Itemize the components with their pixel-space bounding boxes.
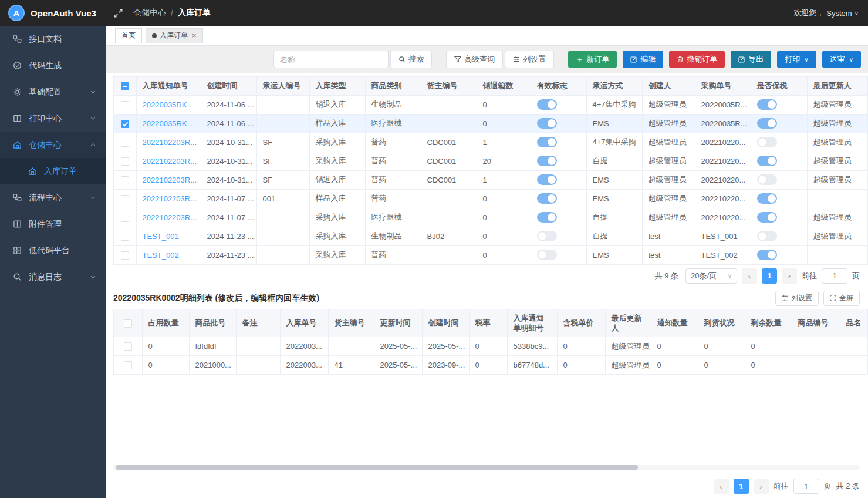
last-updater-cell [807, 189, 868, 208]
table-row[interactable]: TEST_0012024-11-23 ...采购入库生物制品BJ020自提tes… [114, 227, 868, 245]
table-row[interactable]: 2022102203R...2024-10-31...SF采购入库普药CDC00… [114, 152, 868, 170]
order-link[interactable]: 20220035RK... [143, 100, 194, 109]
detail-table-row[interactable]: 0fdfdfdf2022003...2025-05-...2025-05-...… [114, 337, 868, 356]
return-boxes-cell: 1 [477, 133, 531, 152]
table-row[interactable]: 2022102203R...2024-11-07 ...001样品入库普药0EM… [114, 189, 868, 208]
row-checkbox[interactable] [124, 342, 132, 351]
detail-table-row[interactable]: 02021000...2022003...412025-05-...2023-0… [114, 356, 868, 375]
close-tab-icon[interactable]: × [192, 31, 197, 40]
row-checkbox[interactable] [121, 214, 129, 222]
next-page-button[interactable]: › [782, 268, 797, 284]
row-checkbox[interactable] [121, 139, 129, 147]
sidebar-item-3[interactable]: 基础配置 [0, 79, 106, 105]
sidebar-item-7[interactable]: 流程中心 [0, 184, 106, 211]
created-cell: 2024-10-31... [201, 152, 256, 170]
search-button[interactable]: 搜索 [390, 51, 432, 68]
print-button[interactable]: 打印 ∨ [777, 51, 816, 68]
goto-page-input[interactable] [822, 268, 847, 284]
detail-select-all-checkbox[interactable] [124, 319, 132, 328]
page-number-button[interactable]: 1 [762, 268, 777, 284]
column-settings-button[interactable]: 列设置 [505, 51, 554, 68]
search-input[interactable] [273, 51, 389, 68]
sidebar-item-1[interactable]: 接口文档 [0, 26, 106, 52]
valid-toggle[interactable] [537, 156, 557, 166]
valid-toggle[interactable] [537, 231, 557, 241]
next-page-button[interactable]: › [754, 479, 769, 494]
breadcrumb-section[interactable]: 仓储中心 [133, 8, 166, 18]
order-link[interactable]: 2022102203R... [143, 138, 197, 147]
fullscreen-icon [830, 295, 836, 301]
row-checkbox[interactable] [121, 195, 129, 203]
table-row[interactable]: 2022102203R...2024-10-31...SF销退入库普药CDC00… [114, 170, 868, 189]
valid-toggle[interactable] [537, 99, 557, 110]
page-number-button[interactable]: 1 [734, 479, 749, 494]
new-order-button[interactable]: ＋ 新订单 [568, 51, 617, 68]
advanced-query-button[interactable]: 高级查询 [446, 51, 503, 68]
bonded-toggle[interactable] [757, 212, 777, 223]
order-link[interactable]: 2022102203R... [143, 213, 197, 222]
bonded-toggle[interactable] [757, 118, 777, 129]
sidebar-item-8[interactable]: 附件管理 [0, 211, 106, 237]
tab-inbound-orders[interactable]: 入库订单 × [146, 28, 203, 43]
sidebar-item-10[interactable]: 消息日志 [0, 264, 106, 290]
sidebar-item-4[interactable]: 打印中心 [0, 105, 106, 132]
row-checkbox[interactable] [124, 361, 132, 369]
prev-page-button[interactable]: ‹ [714, 479, 729, 494]
collapse-sidebar-icon[interactable] [114, 9, 123, 18]
horizontal-scrollbar-track[interactable] [113, 465, 860, 470]
tab-home[interactable]: 首页 [115, 28, 142, 43]
user-menu[interactable]: 欢迎您，System ∨ [793, 8, 859, 18]
bonded-toggle[interactable] [757, 231, 777, 241]
logo-area: A OpenAuth Vue3 [0, 5, 106, 21]
table-row[interactable]: 2022102203R...2024-11-07 ...采购入库医疗器械0自提超… [114, 208, 868, 227]
table-row[interactable]: 2022102203R...2024-10-31...SF采购入库普药CDC00… [114, 133, 868, 152]
bonded-toggle[interactable] [757, 193, 777, 204]
detail-column-settings-button[interactable]: 列设置 [775, 291, 819, 306]
sidebar-item-2[interactable]: 代码生成 [0, 52, 106, 79]
submit-review-button[interactable]: 送审 ∨ [822, 51, 861, 68]
row-checkbox[interactable] [121, 157, 129, 166]
row-checkbox[interactable] [121, 176, 129, 184]
prev-page-button[interactable]: ‹ [742, 268, 757, 284]
bonded-toggle[interactable] [757, 137, 777, 147]
select-all-checkbox[interactable] [121, 82, 129, 90]
sidebar-item-9[interactable]: 低代码平台 [0, 237, 106, 264]
valid-toggle[interactable] [537, 193, 557, 204]
return-boxes-cell: 0 [477, 114, 531, 133]
cancel-order-button[interactable]: 撤销订单 [669, 51, 725, 68]
page-size-select[interactable]: 20条/页 ∨ [685, 268, 737, 284]
column-header: 备注 [236, 309, 280, 337]
bonded-toggle[interactable] [757, 99, 777, 110]
sidebar-subitem-6[interactable]: 入库订单 [0, 158, 106, 184]
sidebar-item-5[interactable]: 仓储中心 [0, 132, 106, 158]
bonded-toggle[interactable] [757, 174, 777, 185]
table-row[interactable]: 20220035RK...2024-11-06 ...销退入库生物制品04+7集… [114, 95, 868, 114]
bonded-toggle[interactable] [757, 250, 777, 260]
valid-toggle[interactable] [537, 137, 557, 147]
order-link[interactable]: 20220035RK... [143, 119, 194, 128]
order-link[interactable]: 2022102203R... [143, 176, 197, 184]
edit-button[interactable]: 编辑 [623, 51, 663, 68]
creator-cell: 超级管理员 [642, 189, 695, 208]
horizontal-scrollbar-thumb[interactable] [116, 465, 638, 470]
row-checkbox[interactable] [121, 233, 129, 241]
row-checkbox[interactable] [121, 101, 129, 109]
bonded-toggle[interactable] [757, 156, 777, 166]
fullscreen-button[interactable]: 全屏 [823, 291, 860, 306]
row-checkbox[interactable] [121, 251, 129, 260]
detail-cell: 超级管理员 [605, 337, 651, 356]
table-row[interactable]: 20220035RK...2024-11-06 ...样品入库医疗器械0EMS超… [114, 114, 868, 133]
row-checkbox[interactable] [121, 120, 129, 128]
order-link[interactable]: TEST_001 [143, 232, 179, 241]
export-button[interactable]: 导出 [731, 51, 771, 68]
detail-cell: 0 [651, 356, 698, 375]
table-row[interactable]: TEST_0022024-11-23 ...采购入库普药0EMStestTEST… [114, 245, 868, 264]
valid-toggle[interactable] [537, 174, 557, 185]
valid-toggle[interactable] [537, 212, 557, 223]
valid-toggle[interactable] [537, 250, 557, 260]
order-link[interactable]: 2022102203R... [143, 157, 197, 166]
valid-toggle[interactable] [537, 118, 557, 129]
goto-page-input[interactable] [793, 479, 819, 494]
order-link[interactable]: 2022102203R... [143, 194, 197, 203]
order-link[interactable]: TEST_002 [143, 251, 179, 260]
